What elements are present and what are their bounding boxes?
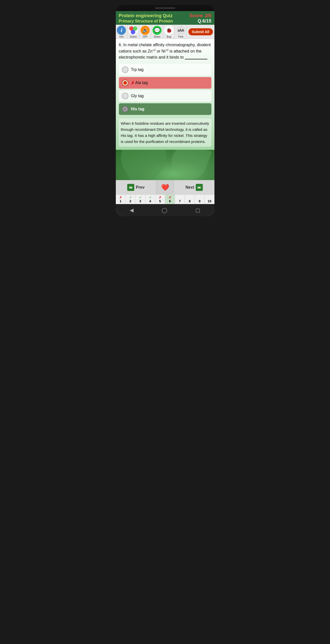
- radio-gly: [122, 93, 128, 99]
- heart-icon: ❤️: [161, 184, 169, 191]
- options-list: Trp tag ✗ Ala tag Gly tag: [119, 64, 211, 115]
- question-number: 6. In metal chelate affinity chromatogra…: [119, 43, 211, 59]
- favorite-button[interactable]: ❤️: [156, 180, 174, 194]
- qnum-3[interactable]: ✓ 3: [136, 195, 145, 204]
- correct-checkmark: ✓: [124, 107, 127, 111]
- radio-trp: [122, 66, 128, 73]
- toolbar-info[interactable]: i Info: [116, 25, 128, 39]
- toolbar-green[interactable]: Green: [127, 25, 139, 39]
- qnum-10[interactable]: 10: [205, 195, 214, 204]
- qnum-2[interactable]: ✓ 2: [126, 195, 136, 204]
- nature-background: [116, 150, 214, 180]
- question-text: 6. In metal chelate affinity chromatogra…: [119, 42, 211, 60]
- submit-all-wrapper: Submit All: [187, 25, 214, 39]
- header: Protein engineering Quiz Score: 2/5 Prim…: [116, 11, 214, 25]
- navigation-bar: ⏮ Prev ❤️ Next ⏭: [116, 180, 214, 194]
- leaf-decoration-2: [166, 150, 212, 180]
- qnum-1[interactable]: ✗ 1: [116, 195, 126, 204]
- qnum-8-num: 8: [189, 199, 191, 203]
- toolbar-share[interactable]: 💬 Share: [151, 25, 163, 39]
- explanation-text: When 6 histidine residues are inserted c…: [119, 118, 211, 147]
- option-gly-tag[interactable]: Gly tag: [119, 90, 211, 102]
- green-icon: [129, 26, 138, 35]
- bottom-nav: ◀ ◯ ▢: [116, 204, 214, 216]
- notch: [155, 7, 175, 9]
- prev-label: Prev: [136, 185, 145, 190]
- recent-apps-icon[interactable]: ▢: [195, 207, 200, 213]
- question-number-bar: ✗ 1 ✓ 2 ✓ 3 ✓ 4 ✗ 5 ✗ 6: [116, 194, 214, 204]
- qnum-2-mark: ✓: [129, 196, 132, 199]
- toolbar-bug[interactable]: 🐞 Bug: [163, 25, 175, 39]
- qnum-10-num: 10: [208, 199, 211, 203]
- next-label: Next: [185, 185, 194, 190]
- next-button[interactable]: Next ⏭: [174, 180, 214, 194]
- option-his-label: His tag: [131, 107, 144, 111]
- back-icon[interactable]: ◀: [130, 207, 134, 213]
- qnum-3-num: 3: [139, 199, 141, 203]
- sound-icon: 🔊: [141, 26, 150, 35]
- app-container: Protein engineering Quiz Score: 2/5 Prim…: [116, 11, 214, 216]
- radio-ala: [122, 80, 128, 86]
- qnum-4-mark: ✓: [149, 196, 151, 199]
- info-icon: i: [117, 26, 126, 35]
- option-ala-label: Ala tag: [135, 81, 148, 85]
- option-gly-label: Gly tag: [131, 94, 144, 98]
- qnum-5-mark: ✗: [159, 196, 161, 199]
- qnum-6-mark: ✗: [169, 196, 171, 199]
- prev-button[interactable]: ⏮ Prev: [116, 180, 157, 194]
- toolbar-sound-label: OFF: [143, 35, 148, 38]
- qnum-4-num: 4: [149, 199, 151, 203]
- qnum-8[interactable]: 8: [185, 195, 195, 204]
- toolbar-share-label: Share: [154, 35, 161, 38]
- header-row2: Primary Structure of Protein Q.6/15: [119, 18, 211, 24]
- qnum-9[interactable]: 9: [195, 195, 205, 204]
- qnum-7-num: 7: [179, 199, 181, 203]
- qnum-6[interactable]: ✗ 6: [165, 195, 175, 204]
- font-icon: aAA: [176, 26, 185, 35]
- leaf-decoration-1: [116, 150, 175, 180]
- share-icon: 💬: [152, 26, 162, 35]
- question-num: Q.6/15: [197, 18, 211, 24]
- qnum-9-num: 9: [199, 199, 201, 203]
- option-trp-label: Trp tag: [131, 67, 144, 72]
- content-area: 6. In metal chelate affinity chromatogra…: [116, 39, 214, 150]
- option-trp-tag[interactable]: Trp tag: [119, 64, 211, 76]
- wrong-mark-ala: ✗: [131, 81, 134, 85]
- prev-icon: ⏮: [127, 184, 134, 191]
- qnum-5-num: 5: [159, 199, 161, 203]
- score-display: Score: 2/5: [189, 13, 211, 18]
- qnum-1-num: 1: [120, 199, 121, 203]
- option-ala-tag[interactable]: ✗ Ala tag: [119, 77, 211, 89]
- qnum-1-mark: ✗: [119, 196, 122, 199]
- subtitle: Primary Structure of Protein: [119, 19, 173, 23]
- option-his-tag[interactable]: ✓ His tag: [119, 103, 211, 115]
- submit-all-button[interactable]: Submit All: [188, 28, 213, 35]
- qnum-4[interactable]: ✓ 4: [145, 195, 155, 204]
- radio-his: ✓: [122, 106, 128, 112]
- home-icon[interactable]: ◯: [162, 207, 167, 213]
- radio-ala-fill: [123, 81, 127, 85]
- next-icon: ⏭: [196, 184, 203, 191]
- qnum-5[interactable]: ✗ 5: [155, 195, 165, 204]
- toolbar-bug-label: Bug: [167, 35, 171, 38]
- qnum-6-num: 6: [169, 199, 171, 203]
- toolbar-green-label: Green: [130, 35, 137, 38]
- qnum-2-num: 2: [129, 199, 131, 203]
- app-title: Protein engineering Quiz: [119, 13, 173, 18]
- toolbar: i Info Green 🔊 OFF 💬 Share 🐞: [116, 25, 214, 39]
- qnum-7[interactable]: 7: [175, 195, 185, 204]
- toolbar-sound[interactable]: 🔊 OFF: [139, 25, 151, 39]
- bug-icon: 🐞: [164, 26, 173, 35]
- toolbar-font-label: Font: [178, 35, 183, 38]
- status-bar: [116, 5, 214, 11]
- toolbar-info-label: Info: [119, 35, 124, 38]
- phone-frame: Protein engineering Quiz Score: 2/5 Prim…: [116, 5, 214, 216]
- header-row1: Protein engineering Quiz Score: 2/5: [119, 13, 211, 18]
- toolbar-font[interactable]: aAA Font: [175, 25, 187, 39]
- qnum-3-mark: ✓: [139, 196, 142, 199]
